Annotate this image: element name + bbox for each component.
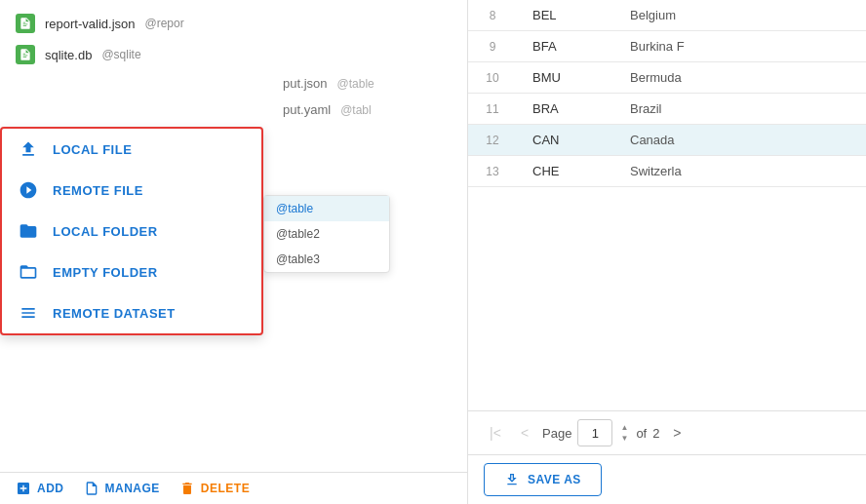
dropdown-empty-folder-label: EMPTY FOLDER: [53, 265, 158, 280]
row-num-11: 11: [468, 94, 517, 125]
dropdown-local-file[interactable]: LOCAL FILE: [2, 129, 261, 170]
main-container: report-valid.json @repor sqlite.db @sqli…: [0, 0, 866, 504]
page-input[interactable]: [577, 419, 612, 446]
partial-name-1: put.json: [283, 76, 328, 91]
file-name-report: report-valid.json: [45, 17, 136, 31]
dropdown-local-folder[interactable]: LOCAL FOLDER: [2, 211, 261, 252]
suggestion-table2[interactable]: @table2: [264, 221, 389, 247]
file-name-sqlite: sqlite.db: [45, 48, 92, 62]
local-file-icon: [18, 138, 39, 160]
page-spinner: ▲ ▼: [618, 423, 630, 444]
row-name-10: Bermuda: [614, 62, 866, 94]
file-partial-1: put.json @table: [0, 70, 467, 97]
page-of-label: of: [636, 426, 647, 441]
save-as-button[interactable]: SAVE AS: [484, 463, 602, 496]
partial-alias-2: @tabl: [340, 103, 372, 117]
delete-button[interactable]: DELETE: [179, 481, 250, 496]
partial-name-2: put.yaml: [283, 102, 331, 117]
page-total: 2: [652, 426, 659, 441]
remote-dataset-icon: [18, 302, 39, 324]
file-icon-sqlite: [16, 45, 35, 64]
table-row: 9 BFA Burkina F: [468, 31, 866, 62]
row-code-12: CAN: [517, 125, 614, 156]
next-page-button[interactable]: >: [665, 421, 689, 445]
table-row-highlighted: 12 CAN Canada: [468, 125, 866, 156]
dropdown-local-file-label: LOCAL FILE: [53, 142, 132, 157]
delete-icon: [179, 481, 195, 496]
row-num-9: 9: [468, 31, 517, 62]
table-row: 8 BEL Belgium: [468, 0, 866, 31]
data-table: 8 BEL Belgium 9 BFA Burkina F 10 BMU Ber…: [468, 0, 866, 410]
suggestion-table3[interactable]: @table3: [264, 247, 389, 272]
suggestion-table[interactable]: @table: [264, 196, 389, 221]
partial-alias-1: @table: [337, 77, 374, 91]
manage-icon: [84, 481, 99, 496]
row-num-10: 10: [468, 62, 517, 94]
delete-label: DELETE: [201, 482, 250, 495]
empty-folder-icon: [18, 261, 39, 283]
row-code-8: BEL: [517, 0, 614, 31]
row-code-10: BMU: [517, 62, 614, 94]
row-name-12: Canada: [614, 125, 866, 156]
file-item-sqlite[interactable]: sqlite.db @sqlite: [0, 39, 467, 70]
file-partial-2: put.yaml @tabl: [0, 97, 467, 123]
local-folder-icon: [18, 220, 39, 242]
file-alias-sqlite: @sqlite: [101, 48, 140, 61]
row-num-8: 8: [468, 0, 517, 31]
file-icon-report: [16, 14, 35, 33]
add-dropdown-menu: LOCAL FILE REMOTE FILE LOCAL FOLDER: [0, 127, 263, 335]
table-row: 10 BMU Bermuda: [468, 62, 866, 94]
spinner-down-button[interactable]: ▼: [618, 434, 630, 444]
dropdown-remote-dataset-label: REMOTE DATASET: [53, 306, 176, 321]
prev-page-button[interactable]: <: [513, 421, 536, 445]
spinner-up-button[interactable]: ▲: [618, 423, 630, 433]
countries-table: 8 BEL Belgium 9 BFA Burkina F 10 BMU Ber…: [468, 0, 866, 187]
table-row: 13 CHE Switzerla: [468, 156, 866, 187]
file-alias-report: @repor: [145, 17, 184, 30]
manage-label: MANAGE: [105, 482, 160, 495]
dropdown-local-folder-label: LOCAL FOLDER: [53, 224, 158, 239]
table-row: 11 BRA Brazil: [468, 94, 866, 125]
row-code-9: BFA: [517, 31, 614, 62]
file-item-report[interactable]: report-valid.json @repor: [0, 8, 467, 39]
remote-file-icon: [18, 179, 39, 201]
row-name-13: Switzerla: [614, 156, 866, 187]
save-as-icon: [504, 472, 520, 487]
table-footer: SAVE AS: [468, 454, 866, 504]
row-num-12: 12: [468, 125, 517, 156]
dropdown-remote-dataset[interactable]: REMOTE DATASET: [2, 292, 261, 333]
bottom-bar: ADD MANAGE DELETE: [0, 472, 467, 504]
left-panel: report-valid.json @repor sqlite.db @sqli…: [0, 0, 468, 504]
suggestion-dropdown: @table @table2 @table3: [263, 195, 390, 273]
row-code-11: BRA: [517, 94, 614, 125]
first-page-button[interactable]: |<: [484, 421, 507, 445]
page-label: Page: [542, 426, 571, 441]
dropdown-empty-folder[interactable]: EMPTY FOLDER: [2, 252, 261, 292]
row-name-9: Burkina F: [614, 31, 866, 62]
pagination: |< < Page ▲ ▼ of 2 >: [468, 410, 866, 454]
add-icon: [16, 481, 31, 496]
right-panel: 8 BEL Belgium 9 BFA Burkina F 10 BMU Ber…: [468, 0, 866, 504]
row-name-11: Brazil: [614, 94, 866, 125]
add-button[interactable]: ADD: [16, 481, 64, 496]
dropdown-remote-file[interactable]: REMOTE FILE: [2, 170, 261, 211]
dropdown-remote-file-label: REMOTE FILE: [53, 183, 143, 198]
add-label: ADD: [37, 482, 64, 495]
row-num-13: 13: [468, 156, 517, 187]
save-as-label: SAVE AS: [528, 473, 581, 486]
row-code-13: CHE: [517, 156, 614, 187]
manage-button[interactable]: MANAGE: [84, 481, 160, 496]
row-name-8: Belgium: [614, 0, 866, 31]
